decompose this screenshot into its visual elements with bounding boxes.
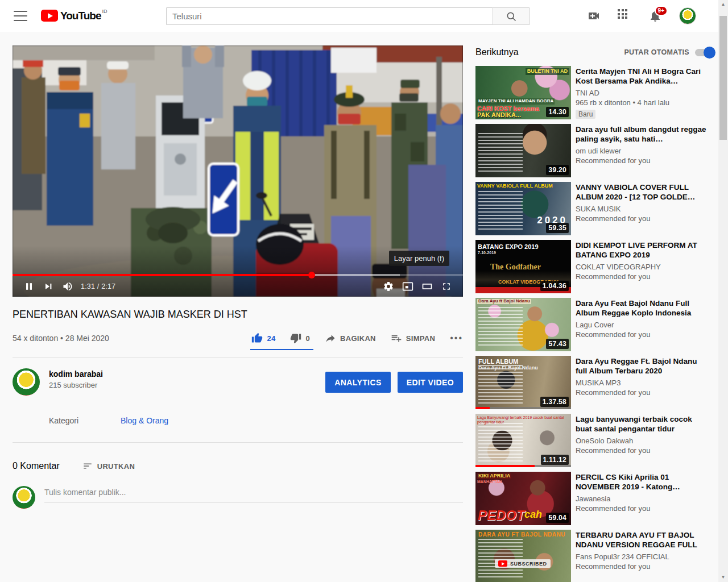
dislike-count: 0 <box>305 334 310 343</box>
theater-mode-icon[interactable] <box>417 278 437 295</box>
next-button[interactable] <box>39 278 58 295</box>
video-thumbnail[interactable]: DARA AYU FT BAJOL NDANUSUBSCRIBED <box>475 530 571 582</box>
edit-video-button[interactable]: EDIT VIDEO <box>398 372 463 393</box>
related-video[interactable]: Dara Ayu ft Bajol Ndanu57.43Dara Ayu Fea… <box>475 298 714 351</box>
thumbnail-overlay-text: Lagu Banyuwangi terbaik 2019 cocok buat … <box>477 415 569 424</box>
thumbnail-overlay-text: FULL ALBUM <box>478 358 518 365</box>
thumbnail-overlay-text: Dara Ayu Ft Bajol Ndanu <box>478 365 538 371</box>
related-video-channel[interactable]: om udi klewer <box>576 147 710 155</box>
time-display: 1:31 / 2:17 <box>81 282 115 290</box>
youtube-country-code: ID <box>102 9 107 14</box>
related-video-title[interactable]: Cerita Mayjen TNI Ali H Bogra Cari Kost … <box>576 66 710 86</box>
share-button[interactable]: BAGIKAN <box>325 332 376 344</box>
category-link[interactable]: Blog & Orang <box>121 416 168 425</box>
dislike-button[interactable]: 0 <box>290 332 310 344</box>
commenter-avatar[interactable] <box>13 486 35 509</box>
divider <box>13 357 463 358</box>
channel-avatar[interactable] <box>13 368 40 396</box>
divider <box>13 442 463 443</box>
video-thumbnail[interactable]: Dara Ayu ft Bajol Ndanu57.43 <box>475 298 571 351</box>
duration-badge: 1.11.12 <box>541 455 569 465</box>
related-video-channel[interactable]: COKLAT VIDEOGRAPHY <box>576 263 710 271</box>
video-title: PENERTIBAN KAWASAN WAJIB MASKER DI HST <box>13 308 463 321</box>
related-video[interactable]: BATANG EXPO 20197-10-2019The GodfatherCO… <box>475 240 714 293</box>
search-input[interactable] <box>166 7 493 25</box>
youtube-play-icon <box>41 10 58 22</box>
apps-grid-icon[interactable] <box>618 9 631 23</box>
related-video-title[interactable]: Dara ayu full album dangdut reggae palin… <box>576 124 710 144</box>
related-video[interactable]: 39.20Dara ayu full album dangdut reggae … <box>475 124 714 177</box>
thumbnail-overlay-text: PAK ANDIKA... <box>477 111 521 118</box>
related-videos-sidebar: Berikutnya PUTAR OTOMATIS BULETIN TNI AD… <box>475 45 714 582</box>
scrollbar-thumb[interactable] <box>719 16 727 140</box>
watched-progress-bar <box>475 465 571 467</box>
related-video-title[interactable]: PERCIL CS Kiki Aprilia 01 NOVEMBER 2019 … <box>576 472 710 492</box>
thumbnail-overlay-text: MANHATTAN <box>477 480 502 484</box>
youtube-logo[interactable]: YouTube ID <box>41 10 107 22</box>
related-video[interactable]: FULL ALBUMDara Ayu Ft Bajol Ndanu1.37.58… <box>475 356 714 409</box>
related-video-channel[interactable]: MUSIKA MP3 <box>576 379 710 387</box>
related-video-channel[interactable]: OneSolo Dakwah <box>576 436 710 445</box>
video-thumbnail[interactable]: 39.20 <box>475 124 571 177</box>
settings-gear-icon[interactable] <box>379 278 398 295</box>
related-video-title[interactable]: Lagu banyuwangi terbaik cocok buat santa… <box>576 414 710 434</box>
related-video[interactable]: Lagu Banyuwangi terbaik 2019 cocok buat … <box>475 414 714 467</box>
autoplay-toggle-knob <box>704 47 715 59</box>
more-actions-button[interactable]: ••• <box>450 333 463 343</box>
video-thumbnail[interactable]: VANNY VABIOLA FULL ALBUM202059.35 <box>475 182 571 235</box>
related-video-channel[interactable]: TNI AD <box>576 89 710 97</box>
related-video-channel[interactable]: Lagu Cover <box>576 321 710 329</box>
page-scrollbar[interactable]: ▲ ▼ <box>718 0 728 582</box>
fullscreen-icon[interactable] <box>437 278 456 295</box>
scrollbar-down-arrow[interactable]: ▼ <box>718 573 728 582</box>
video-player[interactable]: Layar penuh (f) 1:31 / 2:17 <box>13 45 463 297</box>
search-button[interactable] <box>493 7 530 25</box>
related-video[interactable]: KIKI APRILIAMANHATTANPEDOTcah59.04PERCIL… <box>475 472 714 525</box>
create-video-icon[interactable] <box>587 9 601 23</box>
video-thumbnail[interactable]: BULETIN TNI ADMAYJEN TNI ALI HAMDAN BOGR… <box>475 66 571 119</box>
related-video-channel[interactable]: Fans Popul3r 234 OFFICIAL <box>576 552 710 561</box>
duration-badge: 57.43 <box>546 339 569 349</box>
youtube-play-icon <box>498 560 507 567</box>
related-video-channel[interactable]: Jawanesia <box>576 494 710 503</box>
related-video[interactable]: DARA AYU FT BAJOL NDANUSUBSCRIBEDTERBARU… <box>475 530 714 582</box>
video-thumbnail[interactable]: BATANG EXPO 20197-10-2019The GodfatherCO… <box>475 240 571 293</box>
related-video-title[interactable]: VANNY VABIOLA COVER FULL ALBUM 2020 - [1… <box>576 182 710 202</box>
video-thumbnail[interactable]: KIKI APRILIAMANHATTANPEDOTcah59.04 <box>475 472 571 525</box>
related-video-title[interactable]: TERBARU DARA AYU FT BAJOL NDANU VERSION … <box>576 530 710 550</box>
thumb-down-icon <box>290 332 301 344</box>
related-video-title[interactable]: Dara Ayu Feat Bajol Ndanu Full Album Reg… <box>576 298 710 318</box>
autoplay-toggle[interactable] <box>695 49 714 56</box>
comment-input[interactable]: Tulis komentar publik... <box>44 486 463 503</box>
related-video-title[interactable]: Dara Ayu Reggae Ft. Bajol Ndanu full Alb… <box>576 356 710 376</box>
pause-button[interactable] <box>19 278 39 295</box>
fullscreen-tooltip: Layar penuh (f) <box>389 251 449 266</box>
channel-name[interactable]: kodim barabai <box>49 369 103 379</box>
search-icon <box>506 11 517 22</box>
related-video-channel[interactable]: SUKA MUSIK <box>576 205 710 213</box>
related-video-title[interactable]: DIDI KEMPOT LIVE PERFORM AT BATANG EXPO … <box>576 240 710 260</box>
analytics-button[interactable]: ANALYTICS <box>325 372 390 393</box>
video-thumbnail[interactable]: FULL ALBUMDara Ayu Ft Bajol Ndanu1.37.58 <box>475 356 571 409</box>
related-video[interactable]: BULETIN TNI ADMAYJEN TNI ALI HAMDAN BOGR… <box>475 66 714 119</box>
miniplayer-icon[interactable] <box>398 278 417 295</box>
thumbnail-overlay-text: MAYJEN TNI ALI HAMDAN BOGRA <box>477 98 555 105</box>
volume-icon[interactable] <box>58 278 77 295</box>
duration-badge: 59.35 <box>546 223 569 233</box>
save-label: SIMPAN <box>406 334 435 343</box>
related-video[interactable]: VANNY VABIOLA FULL ALBUM202059.35VANNY V… <box>475 182 714 235</box>
duration-badge: 1.04.36 <box>540 281 569 291</box>
related-video-meta: Recommended for you <box>576 562 710 571</box>
sort-comments-button[interactable]: URUTKAN <box>82 461 135 471</box>
channel-subscribers: 215 subscriber <box>49 381 103 389</box>
scrollbar-up-arrow[interactable]: ▲ <box>718 0 728 9</box>
menu-icon[interactable] <box>14 11 27 21</box>
notification-count-badge: 9+ <box>655 6 668 16</box>
account-avatar[interactable] <box>679 7 696 24</box>
notifications-bell-icon[interactable]: 9+ <box>648 9 662 23</box>
like-button[interactable]: 24 <box>251 332 275 344</box>
duration-badge: 39.20 <box>546 165 569 175</box>
video-thumbnail[interactable]: Lagu Banyuwangi terbaik 2019 cocok buat … <box>475 414 571 467</box>
thumbnail-tracklist-texture <box>478 423 523 464</box>
save-button[interactable]: SIMPAN <box>391 332 435 344</box>
